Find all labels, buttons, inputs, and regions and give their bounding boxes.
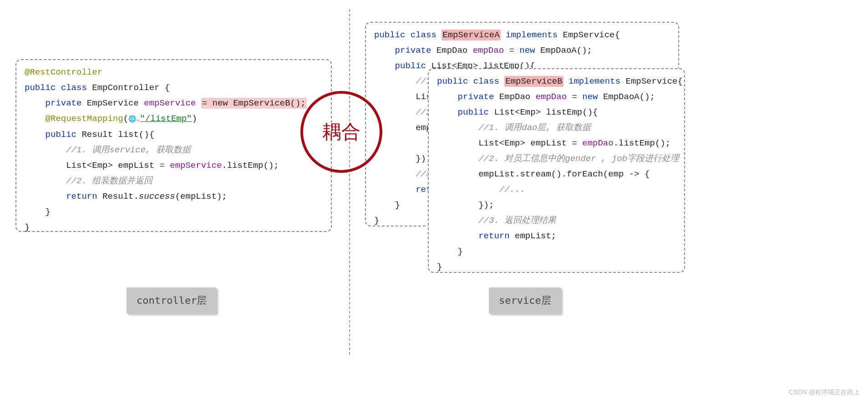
kw: public (46, 130, 76, 140)
field: empDao (473, 45, 504, 55)
brace: } (437, 246, 463, 256)
kw: public class (437, 76, 504, 86)
kw: private (395, 45, 431, 55)
code: List<Emp> empList = (66, 161, 170, 171)
call: .listEmp(); (614, 138, 670, 148)
impl: EmpService{ (620, 76, 683, 86)
watermark: CSDN @程序喵正在路上 (789, 388, 860, 397)
service-b-code: public class EmpServiceB implements EmpS… (437, 74, 676, 275)
impl: EmpService{ (558, 30, 620, 40)
brace: } (25, 222, 30, 232)
comment: //2. 组装数据并返回 (66, 176, 152, 186)
kw: return (66, 191, 97, 201)
brace: } (25, 207, 51, 217)
coupling-circle: 耦合 (300, 91, 382, 173)
comment: //... (499, 185, 525, 195)
controller-code-panel: @RestController public class EmpControll… (15, 59, 332, 232)
method: list(){ (118, 130, 154, 140)
coupling-label: 耦合 (322, 119, 360, 145)
field: empService (144, 98, 196, 108)
code: List<Emp> empList = (478, 138, 582, 148)
kw: new (519, 45, 535, 55)
mapping-path: "/listEmp" (140, 114, 192, 124)
tail: empList; (510, 231, 557, 241)
code: Result. (97, 191, 139, 201)
highlight-servicea: EmpServiceA (442, 30, 500, 40)
kw: implements (501, 30, 558, 40)
return-type: Result (81, 130, 112, 140)
brace: } (374, 200, 400, 210)
tail: EmpDaoA(); (535, 45, 592, 55)
kw: public class (374, 30, 442, 40)
eq: = (504, 45, 519, 55)
field-ref: empService (170, 161, 222, 171)
static-call: success (139, 191, 175, 201)
call: .listEmp(); (222, 161, 279, 171)
highlight-new-serviceb: = new EmpServiceB(); (201, 98, 307, 109)
service-b-code-panel: public class EmpServiceB implements EmpS… (428, 68, 685, 273)
comment: //3. 返回处理结果 (478, 216, 556, 226)
tail: (){ (582, 107, 598, 117)
kw: new (582, 92, 598, 102)
code: empList.stream().forEach(emp -> { (478, 169, 650, 179)
eq: = (567, 92, 582, 102)
type: EmpService (87, 98, 139, 108)
field: empDao (536, 92, 567, 102)
controller-code: @RestController public class EmpControll… (25, 65, 323, 235)
controller-layer-label: controller层 (127, 287, 217, 314)
code: }); (478, 200, 494, 210)
kw: private (458, 92, 494, 102)
brace: } (437, 262, 442, 272)
brace: } (374, 216, 379, 226)
kw: public class (25, 83, 87, 93)
field-ref: empDao (582, 138, 613, 148)
class-name: EmpController { (92, 83, 170, 93)
code: (empList); (175, 191, 227, 201)
kw: private (46, 98, 82, 108)
comment: //1. 调用service, 获取数据 (66, 145, 191, 155)
method: listEmp (546, 107, 582, 117)
type: List<Emp> (489, 107, 546, 117)
kw: implements (563, 76, 620, 86)
globe-icon: 🌐⌄ (128, 116, 140, 123)
kw: public (458, 107, 489, 117)
kw: public (395, 61, 426, 71)
annotation-requestmapping: @RequestMapping (46, 114, 123, 124)
service-layer-label: service层 (489, 287, 561, 314)
annotation-restcontroller: @RestController (25, 67, 102, 77)
kw: return (478, 231, 509, 241)
type: EmpDao (494, 92, 535, 102)
comment: //2. 对员工信息中的gender , job字段进行处理 (478, 154, 679, 164)
vertical-divider (349, 9, 350, 355)
tail: EmpDaoA(); (598, 92, 655, 102)
comment: //1. 调用dao层, 获取数据 (478, 123, 591, 133)
type: EmpDao (431, 45, 472, 55)
highlight-serviceb: EmpServiceB (504, 76, 563, 87)
